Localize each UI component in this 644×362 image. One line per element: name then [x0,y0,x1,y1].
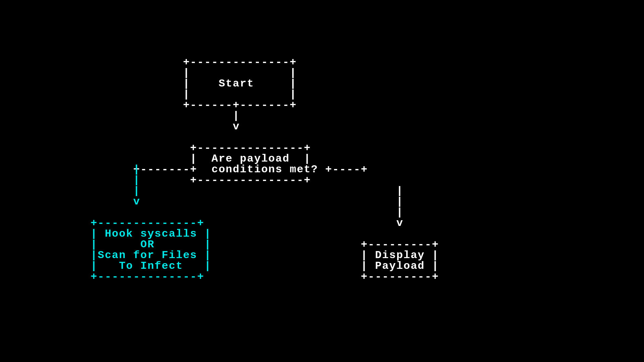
right-box-bot: +---------+ [361,270,439,283]
left-box-bot: +--------------+ [91,270,204,283]
left-arrow: v [133,195,140,208]
ascii-cyan-layer: +-------+ conditions met? +----+ | | | v… [91,57,368,282]
diagram-canvas: +--------------+ | | | Start | | | +----… [0,0,644,362]
